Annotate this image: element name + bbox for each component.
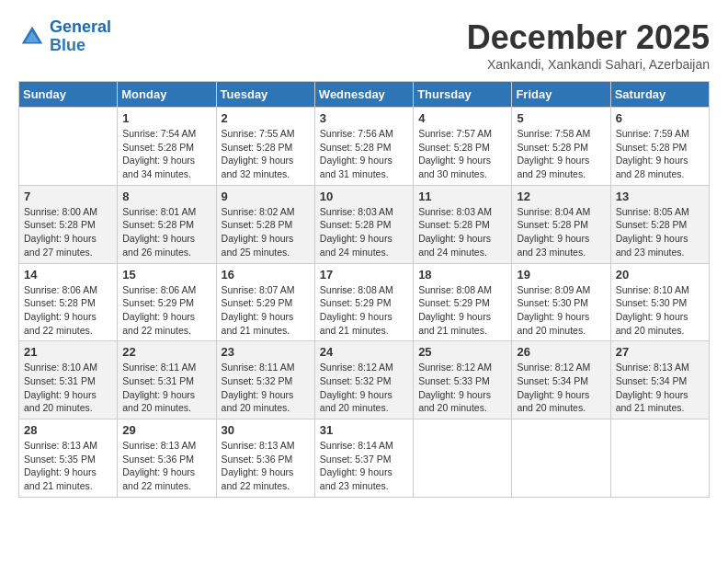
day-number: 10: [320, 190, 408, 203]
day-info: Sunrise: 8:06 AMSunset: 5:29 PMDaylight:…: [122, 283, 210, 338]
day-info: Sunrise: 8:04 AMSunset: 5:28 PMDaylight:…: [517, 205, 605, 259]
day-info: Sunrise: 7:57 AMSunset: 5:28 PMDaylight:…: [418, 127, 506, 181]
week-row: 14Sunrise: 8:06 AMSunset: 5:28 PMDayligh…: [19, 263, 710, 341]
day-info: Sunrise: 8:02 AMSunset: 5:28 PMDaylight:…: [222, 205, 310, 259]
logo-text: General Blue: [50, 18, 111, 55]
day-info: Sunrise: 7:58 AMSunset: 5:28 PMDaylight:…: [517, 127, 605, 181]
day-number: 28: [24, 423, 112, 437]
day-number: 9: [222, 190, 310, 203]
day-number: 18: [418, 268, 506, 282]
day-info: Sunrise: 8:11 AMSunset: 5:31 PMDaylight:…: [122, 361, 210, 415]
day-number: 7: [24, 190, 112, 203]
day-number: 3: [320, 111, 408, 125]
day-cell: 31Sunrise: 8:14 AMSunset: 5:37 PMDayligh…: [314, 419, 413, 498]
day-info: Sunrise: 7:56 AMSunset: 5:28 PMDaylight:…: [320, 127, 408, 181]
day-number: 6: [616, 111, 704, 125]
calendar-body: 1Sunrise: 7:54 AMSunset: 5:28 PMDaylight…: [19, 108, 710, 498]
day-number: 1: [122, 111, 210, 125]
day-number: 22: [122, 345, 210, 359]
day-number: 24: [320, 345, 408, 359]
calendar-header: SundayMondayTuesdayWednesdayThursdayFrid…: [19, 82, 710, 108]
day-number: 17: [320, 268, 408, 282]
day-info: Sunrise: 8:14 AMSunset: 5:37 PMDaylight:…: [320, 439, 408, 493]
day-cell: [19, 108, 118, 186]
day-info: Sunrise: 8:03 AMSunset: 5:28 PMDaylight:…: [320, 205, 408, 259]
day-info: Sunrise: 8:08 AMSunset: 5:29 PMDaylight:…: [418, 283, 506, 338]
day-number: 21: [24, 345, 112, 359]
day-number: 31: [320, 423, 408, 437]
day-info: Sunrise: 7:54 AMSunset: 5:28 PMDaylight:…: [122, 127, 210, 181]
day-cell: [610, 419, 709, 498]
day-number: 14: [24, 268, 112, 282]
day-cell: 16Sunrise: 8:07 AMSunset: 5:29 PMDayligh…: [216, 263, 314, 341]
day-cell: 11Sunrise: 8:03 AMSunset: 5:28 PMDayligh…: [414, 185, 512, 263]
day-number: 29: [122, 423, 210, 437]
day-number: 23: [222, 345, 310, 359]
day-cell: 2Sunrise: 7:55 AMSunset: 5:28 PMDaylight…: [216, 108, 314, 186]
day-number: 30: [222, 423, 310, 437]
weekday-header: Tuesday: [216, 82, 314, 108]
day-cell: 28Sunrise: 8:13 AMSunset: 5:35 PMDayligh…: [19, 419, 118, 498]
day-number: 8: [122, 190, 210, 203]
location: Xankandi, Xankandi Sahari, Azerbaijan: [467, 57, 710, 72]
day-info: Sunrise: 8:10 AMSunset: 5:30 PMDaylight:…: [616, 283, 704, 338]
day-cell: 8Sunrise: 8:01 AMSunset: 5:28 PMDaylight…: [118, 185, 216, 263]
day-number: 25: [418, 345, 506, 359]
day-info: Sunrise: 8:13 AMSunset: 5:35 PMDaylight:…: [24, 439, 112, 493]
day-info: Sunrise: 8:12 AMSunset: 5:32 PMDaylight:…: [320, 361, 408, 415]
logo-line1: General: [50, 17, 111, 36]
day-info: Sunrise: 8:08 AMSunset: 5:29 PMDaylight:…: [320, 283, 408, 338]
day-cell: 27Sunrise: 8:13 AMSunset: 5:34 PMDayligh…: [610, 341, 709, 419]
day-info: Sunrise: 7:59 AMSunset: 5:28 PMDaylight:…: [616, 127, 704, 181]
day-cell: 30Sunrise: 8:13 AMSunset: 5:36 PMDayligh…: [216, 419, 314, 498]
day-number: 2: [222, 111, 310, 125]
day-number: 19: [517, 268, 605, 282]
day-cell: 12Sunrise: 8:04 AMSunset: 5:28 PMDayligh…: [512, 185, 610, 263]
day-number: 16: [222, 268, 310, 282]
day-info: Sunrise: 8:07 AMSunset: 5:29 PMDaylight:…: [222, 283, 310, 338]
day-cell: 9Sunrise: 8:02 AMSunset: 5:28 PMDaylight…: [216, 185, 314, 263]
week-row: 28Sunrise: 8:13 AMSunset: 5:35 PMDayligh…: [19, 419, 710, 498]
day-info: Sunrise: 8:06 AMSunset: 5:28 PMDaylight:…: [24, 283, 112, 338]
weekday-header: Friday: [512, 82, 610, 108]
weekday-header: Saturday: [610, 82, 709, 108]
day-info: Sunrise: 8:12 AMSunset: 5:33 PMDaylight:…: [418, 361, 506, 415]
day-info: Sunrise: 8:10 AMSunset: 5:31 PMDaylight:…: [24, 361, 112, 415]
week-row: 7Sunrise: 8:00 AMSunset: 5:28 PMDaylight…: [19, 185, 710, 263]
day-number: 20: [616, 268, 704, 282]
day-number: 4: [418, 111, 506, 125]
month-title: December 2025: [467, 18, 710, 57]
weekday-header: Thursday: [414, 82, 512, 108]
logo-icon: [18, 23, 46, 51]
weekday-header: Monday: [118, 82, 216, 108]
day-cell: 15Sunrise: 8:06 AMSunset: 5:29 PMDayligh…: [118, 263, 216, 341]
day-number: 5: [517, 111, 605, 125]
day-info: Sunrise: 8:09 AMSunset: 5:30 PMDaylight:…: [517, 283, 605, 338]
day-cell: 1Sunrise: 7:54 AMSunset: 5:28 PMDaylight…: [118, 108, 216, 186]
day-cell: 4Sunrise: 7:57 AMSunset: 5:28 PMDaylight…: [414, 108, 512, 186]
logo: General Blue: [18, 18, 111, 55]
week-row: 21Sunrise: 8:10 AMSunset: 5:31 PMDayligh…: [19, 341, 710, 419]
day-cell: 6Sunrise: 7:59 AMSunset: 5:28 PMDaylight…: [610, 108, 709, 186]
day-cell: 13Sunrise: 8:05 AMSunset: 5:28 PMDayligh…: [610, 185, 709, 263]
day-cell: [512, 419, 610, 498]
weekday-header: Wednesday: [314, 82, 413, 108]
day-info: Sunrise: 8:11 AMSunset: 5:32 PMDaylight:…: [222, 361, 310, 415]
day-cell: 5Sunrise: 7:58 AMSunset: 5:28 PMDaylight…: [512, 108, 610, 186]
logo-line2: Blue: [50, 36, 85, 54]
day-info: Sunrise: 8:05 AMSunset: 5:28 PMDaylight:…: [616, 205, 704, 259]
weekday-row: SundayMondayTuesdayWednesdayThursdayFrid…: [19, 82, 710, 108]
day-number: 12: [517, 190, 605, 203]
day-info: Sunrise: 8:13 AMSunset: 5:34 PMDaylight:…: [616, 361, 704, 415]
day-cell: 22Sunrise: 8:11 AMSunset: 5:31 PMDayligh…: [118, 341, 216, 419]
day-info: Sunrise: 8:00 AMSunset: 5:28 PMDaylight:…: [24, 205, 112, 259]
day-cell: 26Sunrise: 8:12 AMSunset: 5:34 PMDayligh…: [512, 341, 610, 419]
day-cell: 25Sunrise: 8:12 AMSunset: 5:33 PMDayligh…: [414, 341, 512, 419]
day-info: Sunrise: 7:55 AMSunset: 5:28 PMDaylight:…: [222, 127, 310, 181]
day-cell: 23Sunrise: 8:11 AMSunset: 5:32 PMDayligh…: [216, 341, 314, 419]
day-cell: 24Sunrise: 8:12 AMSunset: 5:32 PMDayligh…: [314, 341, 413, 419]
day-info: Sunrise: 8:13 AMSunset: 5:36 PMDaylight:…: [222, 439, 310, 493]
day-cell: 10Sunrise: 8:03 AMSunset: 5:28 PMDayligh…: [314, 185, 413, 263]
day-cell: 18Sunrise: 8:08 AMSunset: 5:29 PMDayligh…: [414, 263, 512, 341]
day-number: 11: [418, 190, 506, 203]
